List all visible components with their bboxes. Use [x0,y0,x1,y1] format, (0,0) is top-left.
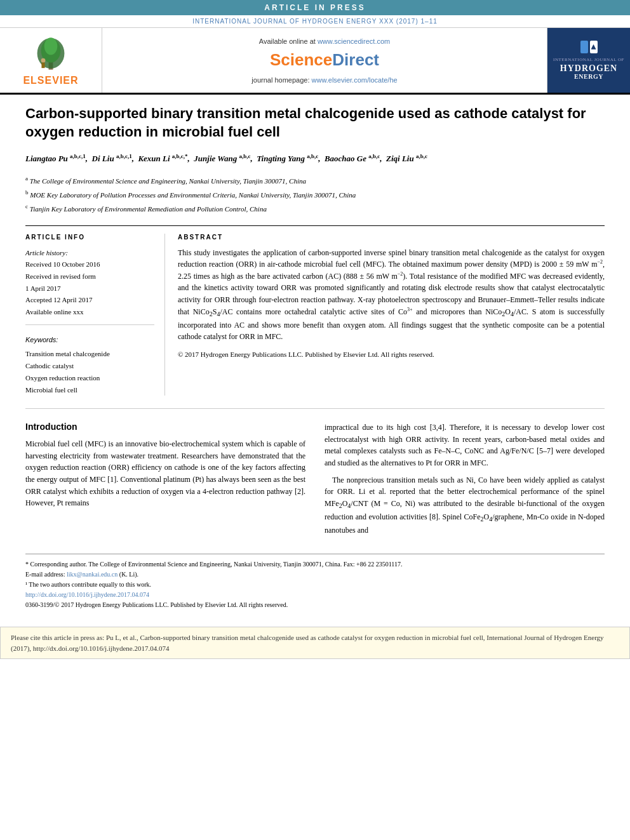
citation-bar: Please cite this article in press as: Pu… [0,627,630,659]
history-heading: Article history: [25,247,154,259]
footnotes-section: * Corresponding author. The College of E… [25,554,605,610]
issn-note: 0360-3199/© 2017 Hydrogen Energy Publica… [25,600,605,610]
author-email[interactable]: likx@nankai.edu.cn [67,571,117,578]
sciencedirect-area: Available online at www.sciencedirect.co… [102,28,547,93]
affiliation-c: c Tianjin Key Laboratory of Environmenta… [25,202,605,215]
email-note: E-mail address: likx@nankai.edu.cn (K. L… [25,570,605,580]
keywords-heading: Keywords: [25,334,154,346]
homepage-link[interactable]: www.elsevier.com/locate/he [312,76,398,84]
abstract-copyright: © 2017 Hydrogen Energy Publications LLC.… [178,349,605,360]
author-4: Junjie Wang [194,154,237,164]
info-abstract-columns: ARTICLE INFO Article history: Received 1… [25,225,605,396]
available-online-text: Available online at www.sciencedirect.co… [259,37,390,45]
author-7-affil: a,b,c [416,153,427,159]
sciencedirect-url[interactable]: www.sciencedirect.com [318,37,390,45]
author-6-affil: a,b,c [368,153,380,159]
elsevier-tree-icon [25,34,76,72]
received-date: Received 10 October 2016 [25,258,154,270]
hydrogen-energy-logo-area: INTERNATIONAL JOURNAL OF HYDROGEN ENERGY [547,28,630,93]
he-hydrogen-label: HYDROGEN [560,63,617,73]
intro-right-text: impractical due to its high cost [3,4]. … [325,422,605,536]
author-4-affil: a,b,c [239,153,250,159]
keyword-2: Cathodic catalyst [25,360,154,372]
abstract-section: ABSTRACT This study investigates the app… [178,234,605,396]
accepted-date: Accepted 12 April 2017 [25,294,154,306]
introduction-section: Introduction Microbial fuel cell (MFC) i… [25,422,605,541]
sciencedirect-brand: ScienceDirect [270,50,379,70]
article-title: Carbon-supported binary transition metal… [25,105,605,141]
svg-point-3 [44,37,58,55]
revised-date: 1 April 2017 [25,283,154,295]
journal-homepage: journal homepage: www.elsevier.com/locat… [251,76,397,84]
he-intl-label: INTERNATIONAL JOURNAL OF [553,57,624,62]
equal-contribution-note: ¹ The two authors contribute equally to … [25,580,605,590]
section-divider [25,408,605,409]
article-history: Article history: Received 10 October 201… [25,247,154,325]
affiliations: a The College of Environmental Science a… [25,174,605,215]
header-section: ELSEVIER Available online at www.science… [0,28,630,95]
article-info-column: ARTICLE INFO Article history: Received 1… [25,234,165,396]
keywords-section: Keywords: Transition metal chalcogenide … [25,334,154,396]
intro-right-column: impractical due to its high cost [3,4]. … [325,422,605,541]
keyword-1: Transition metal chalcogenide [25,348,154,360]
affiliation-a: a The College of Environmental Science a… [25,174,605,187]
author-1-affil: a,b,c,1 [70,153,86,159]
intro-left-text: Microbial fuel cell (MFC) is an innovati… [25,438,305,509]
abstract-heading: ABSTRACT [178,234,605,241]
author-3-affil: a,b,c,* [172,153,188,159]
author-2-affil: a,b,c,1 [116,153,132,159]
author-7: Ziqi Liu [386,154,414,164]
author-6: Baochao Ge [325,154,366,164]
introduction-heading: Introduction [25,422,305,432]
article-in-press-banner: ARTICLE IN PRESS [0,0,630,15]
main-content: Carbon-supported binary transition metal… [0,95,630,620]
article-info-heading: ARTICLE INFO [25,234,154,241]
abstract-text: This study investigates the application … [178,247,605,343]
svg-point-4 [41,58,46,63]
affiliation-b: b MOE Key Laboratory of Pollution Proces… [25,188,605,201]
elsevier-logo: ELSEVIER [23,34,78,86]
author-5-affil: a,b,c [307,153,318,159]
elsevier-logo-area: ELSEVIER [0,28,102,93]
intro-left-column: Introduction Microbial fuel cell (MFC) i… [25,422,305,541]
he-energy-label: ENERGY [574,73,603,80]
elsevier-wordmark: ELSEVIER [23,75,78,86]
hydrogen-energy-logo: INTERNATIONAL JOURNAL OF HYDROGEN ENERGY [553,41,624,80]
available-online: Available online xxx [25,306,154,318]
received-revised-label: Received in revised form [25,270,154,283]
svg-rect-5 [41,63,44,69]
author-1: Liangtao Pu [25,154,68,164]
keyword-3: Oxygen reduction reaction [25,372,154,384]
authors-line: Liangtao Pu a,b,c,1, Di Liu a,b,c,1, Kex… [25,151,605,166]
author-2: Di Liu [92,154,114,164]
corresponding-author-note: * Corresponding author. The College of E… [25,559,605,570]
journal-title-bar: INTERNATIONAL JOURNAL OF HYDROGEN ENERGY… [0,15,630,28]
doi-link[interactable]: http://dx.doi.org/10.1016/j.ijhydene.201… [25,590,605,600]
author-3: Kexun Li [138,154,170,164]
keyword-4: Microbial fuel cell [25,384,154,396]
author-5: Tingting Yang [257,154,305,164]
